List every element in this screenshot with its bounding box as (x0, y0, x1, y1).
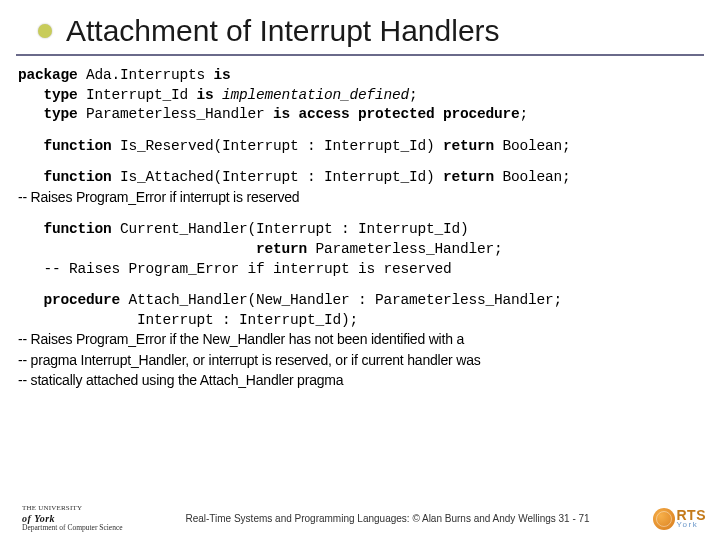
comment-mono: -- Raises Program_Error if interrupt is … (18, 261, 452, 277)
txt: Ada.Interrupts (78, 67, 214, 83)
uni-line1: THE UNIVERSITY (22, 505, 123, 513)
content-area: package Ada.Interrupts is type Interrupt… (16, 66, 704, 392)
comment: -- Raises Program_Error if the New_Handl… (18, 331, 464, 347)
txt: Is_Attached(Interrupt : Interrupt_Id) (112, 169, 444, 185)
txt: Parameterless_Handler; (307, 241, 503, 257)
title-row: Attachment of Interrupt Handlers (16, 14, 704, 56)
txt: Interrupt : Interrupt_Id); (18, 312, 358, 328)
txt (18, 241, 256, 257)
footer: THE UNIVERSITY of York Department of Com… (0, 505, 720, 532)
rts-text: RTS York (677, 509, 707, 529)
comment: -- pragma Interrupt_Handler, or interrup… (18, 352, 481, 368)
txt: Is_Reserved(Interrupt : Interrupt_Id) (112, 138, 444, 154)
slide: Attachment of Interrupt Handlers package… (0, 0, 720, 540)
kw: function (18, 138, 112, 154)
txt: ; (520, 106, 529, 122)
txt: Boolean; (494, 169, 571, 185)
kw: type (18, 106, 78, 122)
footer-center-text: Real-Time Systems and Programming Langua… (123, 513, 653, 524)
kw: function (18, 221, 112, 237)
kw: type (18, 87, 78, 103)
uni-line3: Department of Computer Science (22, 524, 123, 532)
code-block-4: function Current_Handler(Interrupt : Int… (18, 220, 702, 279)
code-block-5: procedure Attach_Handler(New_Handler : P… (18, 291, 702, 392)
code-block-1: package Ada.Interrupts is type Interrupt… (18, 66, 702, 125)
txt: Current_Handler(Interrupt : Interrupt_Id… (112, 221, 469, 237)
kw: procedure (18, 292, 120, 308)
txt: Boolean; (494, 138, 571, 154)
kw: return (443, 138, 494, 154)
kw: return (443, 169, 494, 185)
kw: is (197, 87, 214, 103)
kw: is access protected procedure (273, 106, 520, 122)
comment: -- Raises Program_Error if interrupt is … (18, 189, 299, 205)
code-block-3: function Is_Attached(Interrupt : Interru… (18, 168, 702, 208)
txt: Parameterless_Handler (78, 106, 274, 122)
txt: Interrupt_Id (78, 87, 197, 103)
rts-logo: RTS York (653, 508, 707, 530)
kw: function (18, 169, 112, 185)
txt-i: implementation_defined (214, 87, 410, 103)
bullet-icon (38, 24, 52, 38)
code-block-2: function Is_Reserved(Interrupt : Interru… (18, 137, 702, 157)
kw: return (256, 241, 307, 257)
globe-icon (653, 508, 675, 530)
txt: Attach_Handler(New_Handler : Parameterle… (120, 292, 562, 308)
comment: -- statically attached using the Attach_… (18, 372, 343, 388)
university-logo: THE UNIVERSITY of York Department of Com… (22, 505, 123, 532)
txt: ; (409, 87, 418, 103)
kw: package (18, 67, 78, 83)
slide-title: Attachment of Interrupt Handlers (66, 14, 500, 48)
kw: is (214, 67, 231, 83)
